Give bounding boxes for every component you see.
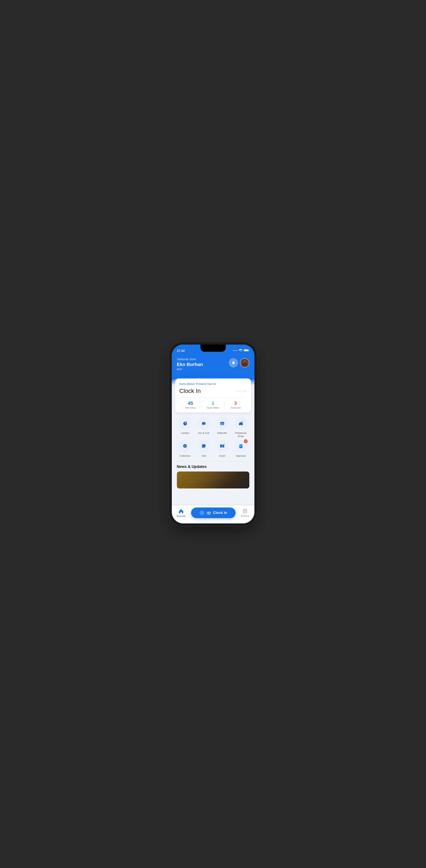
svg-rect-26	[223, 424, 224, 425]
clock-in-btn-label: Clock In	[213, 511, 227, 515]
stats-row: 45 Hari Kerja 1 Tepat Waktu 3 Terlambat	[179, 401, 247, 409]
home-indicator	[172, 522, 254, 523]
menu-item-approval[interactable]: 23 Approval	[232, 439, 249, 458]
menu-icon-perjalanan: !	[234, 416, 248, 430]
svg-point-34	[239, 425, 240, 425]
svg-rect-57	[181, 512, 182, 513]
svg-rect-23	[223, 421, 223, 423]
menu-label-perjalanan: Perjalanan Dinas	[232, 431, 249, 438]
menu-item-lembur[interactable]: + Lembur	[177, 416, 194, 438]
menu-icon-approval: 23	[234, 439, 248, 453]
menu-item-perjalanan[interactable]: ! Perjalanan Dinas	[232, 416, 249, 438]
stat-value-hari-kerja: 45	[179, 401, 202, 406]
card-divider	[179, 397, 247, 398]
clock-time: -- : --	[237, 389, 247, 393]
attendance-warning: Kamu Belum Presensi Hari Ini	[179, 382, 247, 385]
svg-rect-1	[244, 350, 248, 351]
svg-point-6	[243, 360, 246, 363]
svg-rect-17	[204, 422, 205, 423]
svg-text:+: +	[224, 444, 224, 445]
menu-icon-event: +	[216, 439, 229, 453]
svg-rect-21	[220, 422, 224, 424]
svg-point-35	[241, 425, 242, 425]
menu-label-izin: Izin & Cuti	[198, 431, 209, 435]
menu-icon-visit: !	[197, 439, 210, 453]
menu-grid-row2: ! Collection	[177, 439, 249, 458]
svg-text:!: !	[186, 446, 187, 448]
menu-label-approval: Approval	[236, 454, 245, 458]
menu-icon-izin: !	[197, 416, 210, 430]
menu-label-visit: Visit	[201, 454, 206, 458]
header-actions	[229, 358, 249, 368]
stat-value-tepat-waktu: 1	[202, 401, 224, 406]
menu-label-collection: Collection	[180, 454, 191, 458]
user-info: Selamat Sore Eko Burhan BKP	[177, 357, 203, 371]
battery-icon	[244, 349, 249, 352]
stat-terlambat: 3 Terlambat	[224, 401, 247, 409]
nav-beranda[interactable]: Beranda	[177, 508, 186, 517]
stat-hari-kerja: 45 Hari Kerja	[179, 401, 202, 409]
menu-item-visit[interactable]: ! Visit	[195, 439, 212, 458]
menu-item-kalender[interactable]: Kalender	[214, 416, 231, 438]
menu-label-kalender: Kalender	[217, 431, 227, 435]
clock-in-button[interactable]: Clock In	[191, 507, 235, 518]
svg-text:!: !	[204, 446, 205, 448]
wifi-icon	[239, 349, 242, 352]
news-title: News & Updates	[177, 465, 249, 469]
stat-tepat-waktu: 1 Tepat Waktu	[202, 401, 224, 409]
notification-button[interactable]	[229, 358, 238, 367]
phone-frame: 17.32	[172, 345, 254, 523]
greeting: Selamat Sore	[177, 357, 203, 361]
notch	[200, 345, 226, 352]
svg-rect-25	[222, 424, 223, 425]
svg-point-64	[208, 513, 209, 513]
svg-text:!: !	[242, 421, 242, 423]
nav-riwayat[interactable]: Riwayat	[241, 508, 249, 517]
news-image[interactable]	[177, 471, 249, 489]
menu-item-event[interactable]: + Event	[214, 439, 231, 458]
svg-rect-16	[203, 422, 203, 423]
menu-icon-collection: !	[178, 439, 192, 453]
attendance-card: Kamu Belum Presensi Hari Ini Clock In --…	[175, 378, 251, 412]
menu-icon-kalender	[216, 416, 229, 430]
svg-text:+: +	[186, 421, 187, 423]
stat-label-hari-kerja: Hari Kerja	[179, 406, 202, 409]
svg-rect-28	[222, 424, 223, 424]
svg-rect-43	[202, 444, 205, 446]
header-top: Selamat Sore Eko Burhan BKP	[177, 357, 249, 371]
svg-rect-49	[222, 446, 224, 447]
svg-rect-29	[223, 424, 224, 424]
svg-rect-45	[204, 444, 205, 445]
avatar[interactable]	[240, 358, 249, 368]
nav-beranda-label: Beranda	[177, 515, 186, 517]
svg-rect-48	[220, 445, 222, 447]
menu-label-event: Event	[219, 454, 225, 458]
svg-point-56	[239, 444, 240, 446]
avatar-image	[240, 359, 249, 367]
svg-rect-24	[221, 424, 222, 425]
status-icons	[233, 349, 249, 352]
user-role: BKP	[177, 368, 203, 371]
status-time: 17.32	[177, 349, 185, 352]
menu-item-collection[interactable]: ! Collection	[177, 439, 194, 458]
approval-badge: 23	[243, 439, 248, 443]
svg-rect-44	[203, 444, 203, 445]
stat-value-terlambat: 3	[224, 401, 247, 406]
clock-in-label: Clock In	[179, 388, 201, 394]
svg-rect-27	[221, 424, 222, 424]
svg-rect-50	[220, 444, 222, 445]
svg-rect-22	[221, 421, 222, 423]
svg-rect-2	[249, 350, 249, 351]
stat-label-terlambat: Terlambat	[224, 406, 247, 409]
clock-in-row: Clock In -- : --	[179, 388, 247, 394]
svg-rect-15	[202, 423, 205, 424]
main-content: Kamu Belum Presensi Hari Ini Clock In --…	[172, 378, 254, 505]
news-section: News & Updates	[175, 465, 251, 489]
menu-item-izin-cuti[interactable]: ! Izin & Cuti	[195, 416, 212, 438]
user-name: Eko Burhan	[177, 362, 203, 367]
menu-grid-row1: + Lembur	[177, 416, 249, 438]
bottom-nav: Beranda Clock In	[172, 505, 254, 522]
menu-section: + Lembur	[175, 416, 251, 458]
signal-icon	[233, 350, 237, 351]
nav-riwayat-label: Riwayat	[241, 515, 249, 517]
